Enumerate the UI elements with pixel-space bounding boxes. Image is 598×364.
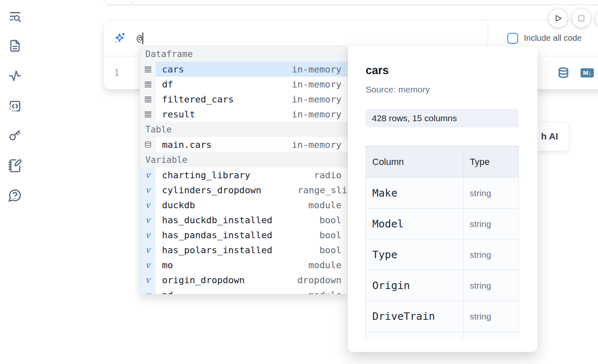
- schema-row-Type: Typestring: [366, 239, 519, 270]
- dataframe-rows-icon: [144, 80, 152, 88]
- variable-icon: v: [145, 246, 150, 254]
- notebook-pen-icon[interactable]: [8, 159, 22, 173]
- schema-row-Origin: Originstring: [366, 270, 519, 301]
- item-detail: in-memory: [292, 109, 347, 120]
- activity-icon[interactable]: [8, 69, 22, 83]
- run-button[interactable]: [549, 9, 567, 27]
- item-detail: bool: [319, 215, 347, 225]
- item-name: pd: [162, 290, 173, 295]
- item-name: has_polars_installed: [162, 245, 272, 255]
- variable-gutter: v: [140, 227, 156, 242]
- help-chat-icon[interactable]: [8, 188, 22, 202]
- autocomplete-item-main.cars[interactable]: main.carsin-memory: [140, 137, 347, 152]
- key-icon[interactable]: [8, 128, 22, 142]
- rows-gutter: [140, 77, 156, 92]
- variable-gutter: v: [140, 242, 156, 257]
- rows-gutter: [140, 107, 156, 122]
- item-name: result: [162, 109, 195, 120]
- variable-icon: v: [145, 291, 150, 294]
- variable-icon: v: [145, 201, 150, 209]
- table-database-icon: [144, 141, 152, 149]
- autocomplete-item-pd[interactable]: vpdmodule: [140, 287, 347, 294]
- schema-table-wrap: ColumnTypeMakestringModelstringTypestrin…: [366, 146, 519, 339]
- autocomplete-item-has_pandas_installed[interactable]: vhas_pandas_installedbool: [140, 227, 347, 242]
- variable-gutter: v: [140, 167, 156, 182]
- ai-sparkle-icon: [112, 31, 127, 45]
- autocomplete-popup: Dataframecarsin-memorydfin-memoryfiltere…: [140, 46, 348, 294]
- variable-gutter: v: [140, 272, 156, 287]
- item-name: filtered_cars: [162, 94, 234, 105]
- autocomplete-section-header: Dataframe: [140, 46, 347, 62]
- variable-gutter: v: [140, 197, 156, 212]
- variable-icon: v: [145, 231, 150, 239]
- stop-icon: [577, 14, 586, 23]
- autocomplete-item-charting_library[interactable]: vcharting_libraryradio: [140, 167, 347, 182]
- preview-source: Source: memory: [366, 85, 519, 95]
- autocomplete-section-header: Variable: [140, 152, 347, 167]
- text-caret: [142, 32, 143, 44]
- item-detail: in-memory: [292, 64, 347, 75]
- item-detail: radio: [314, 170, 347, 180]
- item-name: charting_library: [162, 170, 250, 180]
- variable-icon: v: [145, 216, 150, 224]
- file-text-icon[interactable]: [8, 39, 22, 53]
- sql-database-icon[interactable]: [557, 66, 570, 80]
- ai-prompt-input[interactable]: @: [137, 32, 143, 44]
- left-sidebar: [0, 0, 30, 364]
- item-name: origin_dropdown: [162, 275, 245, 285]
- autocomplete-item-df[interactable]: dfin-memory: [140, 77, 347, 92]
- stop-button[interactable]: [572, 9, 591, 27]
- preview-title: cars: [366, 64, 519, 77]
- autocomplete-item-has_polars_installed[interactable]: vhas_polars_installedbool: [140, 242, 347, 257]
- variable-gutter: v: [140, 182, 156, 197]
- autocomplete-item-filtered_cars[interactable]: filtered_carsin-memory: [140, 92, 347, 107]
- item-name: has_pandas_installed: [162, 230, 272, 240]
- autocomplete-item-origin_dropdown[interactable]: vorigin_dropdowndropdown: [140, 272, 347, 287]
- column-name: Make: [366, 178, 463, 209]
- item-name: main.cars: [162, 140, 212, 150]
- autocomplete-item-has_duckdb_installed[interactable]: vhas_duckdb_installedbool: [140, 212, 347, 227]
- autocomplete-item-cars[interactable]: carsin-memory: [140, 62, 347, 77]
- autocomplete-item-cylinders_dropdown[interactable]: vcylinders_dropdownrange_sli: [140, 182, 347, 197]
- rows-gutter: [140, 62, 156, 77]
- autocomplete-item-duckdb[interactable]: vduckdbmodule: [140, 197, 347, 212]
- variable-icon: v: [145, 171, 150, 179]
- column-type: string: [463, 270, 519, 301]
- variable-gutter: v: [140, 257, 156, 272]
- variable-icon: v: [145, 276, 150, 284]
- previous-cell-gutter-divider: [132, 0, 132, 4]
- item-detail: in-memory: [292, 94, 347, 105]
- variable-gutter: v: [140, 212, 156, 227]
- schema-row-Model: Modelstring: [366, 209, 519, 239]
- item-detail: bool: [319, 230, 347, 240]
- autocomplete-item-mo[interactable]: vmomodule: [140, 257, 347, 272]
- column-type: string: [463, 209, 519, 239]
- item-name: cylinders_dropdown: [162, 185, 261, 195]
- schema-header-type: Type: [463, 147, 519, 178]
- list-search-icon[interactable]: [8, 9, 22, 23]
- markdown-icon[interactable]: M↓: [581, 68, 594, 77]
- ai-prompt-value: @: [137, 33, 142, 43]
- include-all-code-checkbox[interactable]: [507, 33, 518, 44]
- autocomplete-item-result[interactable]: resultin-memory: [140, 107, 347, 122]
- shape-badge: 428 rows, 15 columns: [366, 109, 519, 127]
- line-number: 1: [104, 56, 130, 89]
- item-detail: module: [309, 290, 347, 295]
- schema-table: ColumnTypeMakestringModelstringTypestrin…: [366, 146, 519, 339]
- dataframe-rows-icon: [144, 65, 152, 73]
- item-detail: range_sli: [298, 185, 347, 195]
- variable-icon: v: [145, 261, 150, 269]
- item-name: duckdb: [162, 200, 195, 210]
- column-type: string: [463, 239, 519, 270]
- autocomplete-section-header: Table: [140, 122, 347, 137]
- generate-with-ai-label: h AI: [541, 131, 558, 142]
- include-all-code-label: Include all code: [524, 33, 582, 43]
- rows-gutter: [140, 92, 156, 107]
- column-type: string: [463, 301, 519, 332]
- previous-cell-edge: [104, 0, 598, 5]
- item-detail: module: [309, 260, 347, 270]
- code-snippet-icon[interactable]: [8, 99, 22, 113]
- item-detail: in-memory: [292, 79, 347, 90]
- schema-header-column: Column: [366, 147, 463, 178]
- dataframe-preview-card: cars Source: memory 428 rows, 15 columns…: [348, 46, 538, 352]
